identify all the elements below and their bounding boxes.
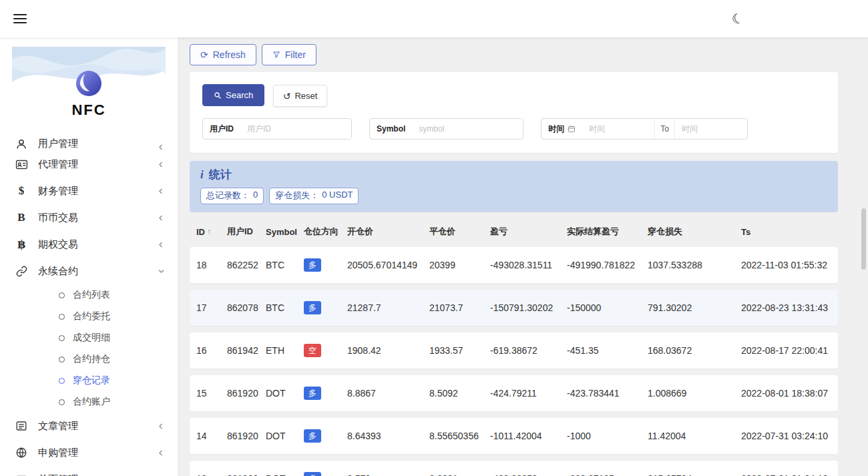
filter-button[interactable]: Filter [262, 44, 316, 65]
table-row[interactable]: 15 861920 DOT 多 8.8867 8.5092 -424.79211… [190, 375, 838, 411]
sidebar-menu: 用户管理 代理管理 $ 财务管理 B [0, 138, 178, 476]
table-row[interactable]: 17 862078 BTC 多 21287.7 21073.7 -150791.… [190, 290, 838, 326]
cell-settled-pnl: -223.67125 [567, 473, 648, 476]
statistics-panel: i 统计 总记录数： 0 穿仓损失： 0 USDT [190, 161, 838, 212]
cell-symbol: DOT [266, 388, 304, 399]
sidebar-subitem-contract-positions[interactable]: 合约持仓 [0, 348, 178, 370]
records-table: ID ↑ 用户ID Symbol 仓位方向 开仓价 平仓价 盈亏 实际结算盈亏 … [190, 216, 838, 476]
menu-toggle-icon[interactable] [13, 14, 27, 23]
subitem-label: 合约委托 [73, 310, 110, 322]
sidebar-item-finance[interactable]: $ 财务管理 [0, 178, 178, 204]
statistics-badges: 总记录数： 0 穿仓损失： 0 USDT [200, 188, 827, 204]
subitem-label: 穿仓记录 [73, 375, 110, 387]
cell-ts: 2022-08-01 18:38:07 [741, 388, 831, 399]
cell-pnl: -150791.30202 [490, 302, 567, 313]
sidebar-brand: NFC [0, 37, 178, 128]
statistics-title: i 统计 [200, 167, 827, 182]
time-end-input[interactable] [675, 119, 747, 139]
link-icon [13, 266, 29, 277]
cell-open-price: 8.579 [347, 473, 429, 476]
cell-open-price: 8.8867 [347, 388, 429, 399]
nfc-logo [76, 71, 101, 96]
sidebar-item-perpetual-contracts[interactable]: 永续合约 [0, 258, 178, 284]
cell-open-price: 21287.7 [347, 302, 429, 313]
filter-funnel-icon [272, 51, 280, 59]
table-row[interactable]: 16 861942 ETH 空 1908.42 1933.57 -619.386… [190, 332, 838, 369]
cell-user-id: 862078 [227, 302, 266, 313]
id-card-icon [13, 158, 29, 171]
table-row[interactable]: 18 862252 BTC 多 20505.67014149 20399 -49… [190, 247, 838, 283]
sidebar-item-label: 申购管理 [38, 447, 158, 459]
sidebar-item-options-trading[interactable]: ฿ 期权交易 [0, 231, 178, 258]
globe-icon [13, 447, 29, 459]
cell-loss: 215.65734 [648, 473, 741, 476]
article-icon [13, 420, 29, 432]
direction-badge: 多 [304, 387, 321, 400]
cell-settled-pnl: -491990.781822 [567, 260, 648, 270]
time-range-filter: 时间 To [541, 118, 748, 140]
table-row[interactable]: 14 861920 DOT 多 8.64393 8.55650356 -1011… [190, 418, 838, 454]
search-label: Search [226, 90, 253, 100]
cell-user-id: 862252 [227, 260, 266, 270]
col-user-id: 用户ID [227, 226, 266, 238]
cell-open-price: 20505.67014149 [347, 260, 429, 270]
filter-panel: Search ↺ Reset 用户ID Symbol 时间 [190, 72, 838, 153]
refresh-button[interactable]: ⟳ Refresh [190, 44, 256, 65]
bitcoin-icon: ฿ [13, 238, 29, 252]
vertical-scrollbar[interactable] [861, 208, 866, 270]
cell-settled-pnl: -451.35 [567, 345, 648, 356]
refresh-label: Refresh [213, 49, 246, 60]
cell-close-price: 8.5092 [429, 388, 490, 399]
sidebar-item-users[interactable]: 用户管理 [0, 138, 178, 151]
cell-id: 14 [196, 431, 227, 441]
symbol-input[interactable] [412, 119, 523, 139]
time-start-input[interactable] [582, 119, 654, 139]
sidebar-subitem-contract-accounts[interactable]: 合约账户 [0, 391, 178, 413]
liquidation-loss-badge: 穿仓损失： 0 USDT [269, 188, 359, 204]
circle-icon [59, 356, 65, 363]
chevron-left-icon [158, 162, 164, 168]
cell-close-price: 8.55650356 [429, 431, 490, 441]
time-label: 时间 [541, 119, 582, 139]
coin-b-icon: B [13, 211, 29, 224]
filter-fields: 用户ID Symbol 时间 To [202, 118, 825, 140]
dark-mode-toggle-icon[interactable]: ☾ [730, 11, 746, 27]
direction-badge: 多 [304, 258, 321, 272]
dollar-icon: $ [13, 184, 29, 198]
cell-pnl: -493028.31511 [490, 260, 567, 270]
sidebar-item-agents[interactable]: 代理管理 [0, 151, 178, 178]
chevron-left-icon [158, 423, 164, 429]
circle-icon [59, 314, 65, 320]
search-button[interactable]: Search [202, 84, 264, 106]
sidebar-subitem-trade-details[interactable]: 成交明细 [0, 327, 178, 348]
cell-close-price: 21073.7 [429, 302, 490, 313]
chevron-left-icon [158, 188, 164, 194]
subitem-label: 合约列表 [73, 289, 110, 301]
cell-user-id: 861920 [227, 431, 266, 441]
cell-pnl: -1011.42004 [490, 431, 567, 441]
user-id-input[interactable] [240, 119, 351, 139]
toolbar: ⟳ Refresh Filter [190, 44, 838, 65]
cell-ts: 2022-08-23 13:31:43 [741, 302, 831, 313]
reset-button[interactable]: ↺ Reset [273, 85, 328, 107]
reset-label: Reset [294, 91, 317, 101]
sidebar-subitem-liquidation-records[interactable]: 穿仓记录 [0, 370, 178, 391]
table-row[interactable]: 13 861920 DOT 多 8.579 8.2021 -439.32859 … [190, 461, 838, 476]
cell-pnl: -619.38672 [490, 345, 567, 356]
sidebar-item-label: 用户管理 [38, 138, 158, 150]
sidebar-item-homepage[interactable]: 首页管理 [0, 466, 178, 476]
filter-label: Filter [285, 49, 306, 60]
symbol-filter: Symbol [369, 118, 523, 140]
brand-name: NFC [0, 101, 178, 119]
cell-symbol: ETH [266, 345, 304, 356]
direction-badge: 多 [304, 472, 321, 476]
sidebar-item-articles[interactable]: 文章管理 [0, 413, 178, 439]
main-content: ⟳ Refresh Filter Search ↺ Reset [178, 37, 868, 476]
col-pnl: 盈亏 [490, 226, 567, 238]
sidebar-item-spot-trading[interactable]: B 币币交易 [0, 204, 178, 231]
col-id[interactable]: ID ↑ [196, 227, 227, 237]
filter-actions: Search ↺ Reset [202, 84, 825, 107]
sidebar-subitem-contract-orders[interactable]: 合约委托 [0, 306, 178, 327]
sidebar-subitem-contract-list[interactable]: 合约列表 [0, 284, 178, 306]
sidebar-item-subscriptions[interactable]: 申购管理 [0, 439, 178, 466]
